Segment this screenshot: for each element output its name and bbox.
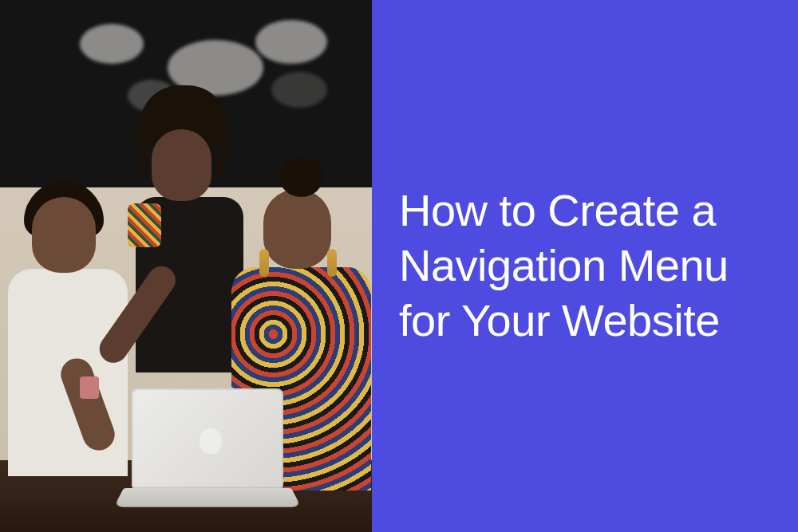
hero-photo	[0, 0, 372, 532]
title-panel: How to Create a Navigation Menu for Your…	[372, 0, 798, 532]
laptop	[124, 388, 291, 512]
hero-title: How to Create a Navigation Menu for Your…	[399, 183, 787, 349]
